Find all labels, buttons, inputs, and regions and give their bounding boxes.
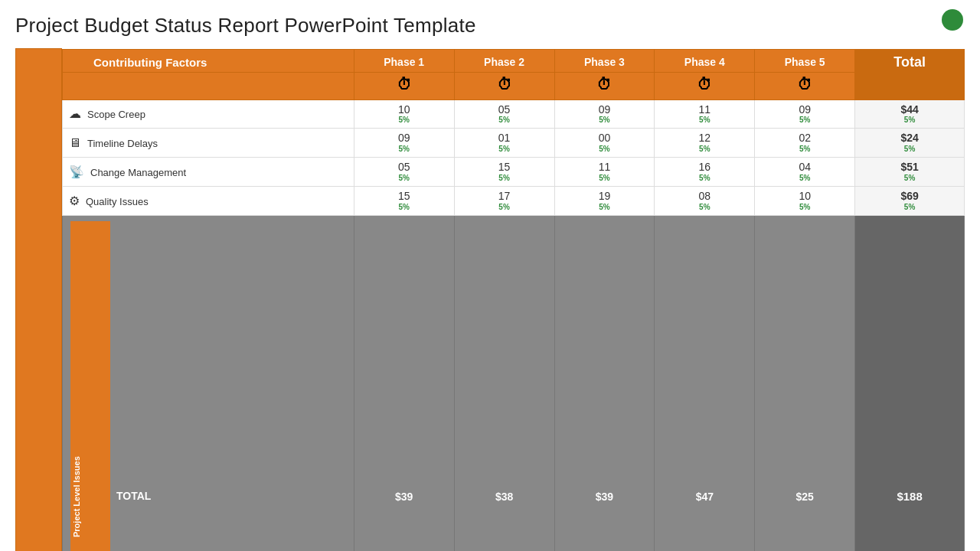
section-total-phase5: $25	[755, 215, 855, 551]
row-total-cell: $515%	[855, 158, 965, 187]
factor-icon-placeholder	[63, 72, 354, 99]
phase4-cell: 115%	[655, 99, 755, 129]
table-row: 📡Change Management055%155%115%165%045%$5…	[63, 158, 965, 187]
phase5-cell: 045%	[755, 158, 855, 187]
phase3-cell: 005%	[554, 129, 655, 158]
table-row: ⚙Quality Issues155%175%195%085%105%$695%	[63, 186, 965, 215]
row-name: Timeline Delays	[87, 138, 158, 149]
row-name: Scope Creep	[87, 109, 145, 120]
row-icon: ☁	[69, 107, 81, 120]
phase4-cell: 165%	[655, 158, 755, 187]
total-header: Total	[855, 49, 965, 72]
section-total-label: Project Level IssuesTOTAL	[63, 215, 354, 551]
phase3-cell: 115%	[554, 158, 655, 187]
full-layout-table: Contributing Factors Phase 1 Phase 2 Pha…	[15, 48, 965, 551]
phase1-cell: 105%	[354, 99, 454, 129]
section-total-phase1: $39	[354, 215, 454, 551]
green-circle-indicator	[942, 9, 963, 31]
section-grand-total: $188	[855, 215, 965, 551]
row-total-cell: $695%	[855, 186, 965, 215]
phase2-cell: 015%	[454, 129, 554, 158]
row-icon: 📡	[69, 165, 84, 178]
row-name: Change Management	[90, 167, 186, 178]
phase1-cell: 055%	[354, 158, 454, 187]
phase2-cell: 055%	[454, 99, 554, 129]
row-total-cell: $445%	[855, 99, 965, 129]
page-title: Project Budget Status Report PowerPoint …	[15, 14, 965, 37]
phase-header-row: Contributing Factors Phase 1 Phase 2 Pha…	[63, 49, 965, 72]
section-total-phase3: $39	[554, 215, 655, 551]
factor-name-cell: ⚙Quality Issues	[63, 186, 354, 215]
phase1-header: Phase 1	[354, 49, 454, 72]
phase2-icon: ⏱	[454, 72, 554, 99]
icon-row: ⏱ ⏱ ⏱ ⏱ ⏱	[63, 72, 965, 99]
phase4-icon: ⏱	[655, 72, 755, 99]
phase2-cell: 175%	[454, 186, 554, 215]
phase3-header: Phase 3	[554, 49, 655, 72]
section-total-phase2: $38	[454, 215, 554, 551]
phase1-cell: 095%	[354, 129, 454, 158]
phase4-header: Phase 4	[655, 49, 755, 72]
table-row: 🖥Timeline Delays095%015%005%125%025%$245…	[63, 129, 965, 158]
section-total-phase4: $47	[655, 215, 755, 551]
page-container: Project Budget Status Report PowerPoint …	[0, 0, 980, 551]
factor-header: Contributing Factors	[63, 49, 354, 72]
phase4-cell: 125%	[655, 129, 755, 158]
phase3-cell: 195%	[554, 186, 655, 215]
phase3-cell: 095%	[554, 99, 655, 129]
phase5-icon: ⏱	[755, 72, 855, 99]
phase2-header: Phase 2	[454, 49, 554, 72]
row-icon: ⚙	[69, 194, 80, 207]
row-icon: 🖥	[69, 136, 81, 149]
phase5-cell: 105%	[755, 186, 855, 215]
phase3-icon: ⏱	[554, 72, 655, 99]
phase1-icon: ⏱	[354, 72, 454, 99]
header-phases-row: Contributing Factors Phase 1 Phase 2 Pha…	[16, 49, 965, 552]
main-table: Contributing Factors Phase 1 Phase 2 Pha…	[62, 49, 965, 552]
phase2-cell: 155%	[454, 158, 554, 187]
phase5-header: Phase 5	[755, 49, 855, 72]
section-label: Project Level Issues	[70, 221, 110, 551]
factor-name-cell: 📡Change Management	[63, 158, 354, 187]
row-total-cell: $245%	[855, 129, 965, 158]
section-total-row: Project Level IssuesTOTAL$39$38$39$47$25…	[63, 215, 965, 551]
phase4-cell: 085%	[655, 186, 755, 215]
phase5-cell: 025%	[755, 129, 855, 158]
total-icon-placeholder	[855, 72, 965, 99]
table-row: ☁Scope Creep105%055%095%115%095%$445%	[63, 99, 965, 129]
phase1-cell: 155%	[354, 186, 454, 215]
factor-name-cell: 🖥Timeline Delays	[63, 129, 354, 158]
phase5-cell: 095%	[755, 99, 855, 129]
row-name: Quality Issues	[86, 196, 149, 207]
factor-name-cell: ☁Scope Creep	[63, 99, 354, 129]
